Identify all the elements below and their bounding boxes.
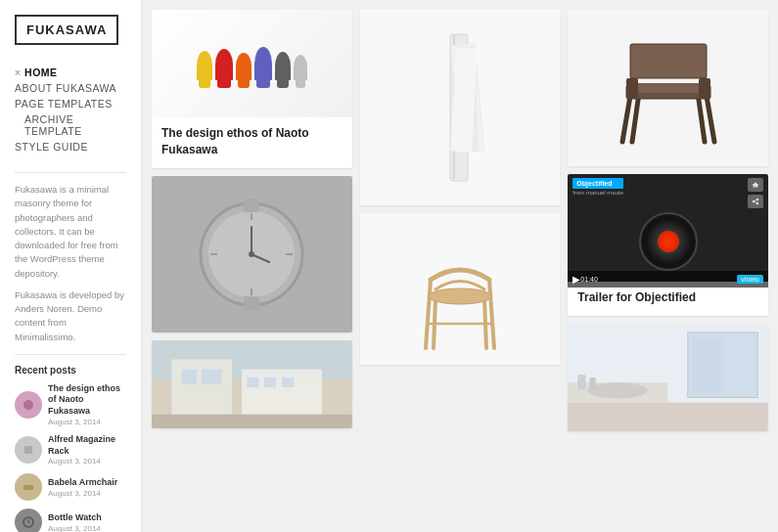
card-title-design-ethos: The design ethos of Naoto Fukasawa bbox=[161, 125, 343, 158]
post-title-1: The design ethos of Naoto Fukasawa bbox=[48, 383, 126, 418]
svg-point-14 bbox=[249, 251, 254, 257]
post-thumb-3 bbox=[15, 473, 42, 501]
masonry-grid: The design ethos of Naoto Fukasawa bbox=[152, 10, 768, 431]
svg-line-32 bbox=[426, 280, 431, 348]
svg-rect-2 bbox=[23, 485, 33, 490]
svg-point-0 bbox=[23, 400, 33, 410]
vimeo-btn[interactable]: vimeo bbox=[737, 275, 763, 284]
svg-rect-57 bbox=[726, 337, 755, 392]
svg-line-5 bbox=[28, 522, 30, 523]
svg-rect-24 bbox=[264, 377, 276, 386]
svg-point-59 bbox=[588, 382, 648, 398]
card-img-chairs bbox=[152, 10, 352, 117]
svg-rect-61 bbox=[590, 377, 596, 389]
svg-rect-1 bbox=[24, 446, 32, 454]
svg-rect-60 bbox=[578, 375, 586, 389]
card-rack[interactable] bbox=[360, 10, 561, 205]
masonry-col-3: Objectified from manuel maute bbox=[568, 10, 768, 431]
nav-style[interactable]: STYLE GUIDE bbox=[15, 139, 126, 155]
post-thumb-1 bbox=[15, 391, 42, 419]
post-date-3: August 3, 2014 bbox=[48, 489, 117, 498]
video-from: from manuel maute bbox=[572, 190, 623, 196]
post-date-4: August 3, 2014 bbox=[48, 524, 102, 532]
card-wood-chair[interactable] bbox=[360, 213, 561, 365]
recent-post-2[interactable]: Alfred Magazine Rack August 3, 2014 bbox=[15, 434, 126, 466]
video-share-btn[interactable] bbox=[748, 195, 763, 208]
video-play-btn[interactable]: ▶ bbox=[572, 274, 580, 285]
vinyl-label bbox=[658, 231, 679, 252]
nav-templates[interactable]: PAGE TEMPLATES bbox=[15, 96, 126, 111]
card-img-brown-chair bbox=[568, 10, 768, 166]
sidebar-desc-2: Fukasawa is developed by Anders Noren. D… bbox=[15, 288, 126, 344]
card-watch[interactable] bbox=[152, 176, 352, 332]
video-overlay: Objectified from manuel maute bbox=[568, 174, 768, 282]
card-design-ethos[interactable]: The design ethos of Naoto Fukasawa bbox=[152, 10, 352, 168]
sidebar-desc-1: Fukasawa is a minimal masonry theme for … bbox=[15, 183, 126, 281]
post-title-3: Babela Armchair bbox=[48, 477, 117, 489]
svg-line-40 bbox=[632, 93, 639, 142]
svg-point-36 bbox=[429, 288, 491, 304]
recent-post-3[interactable]: Babela Armchair August 3, 2014 bbox=[15, 473, 126, 501]
post-thumb-4 bbox=[15, 509, 42, 532]
divider-1 bbox=[15, 172, 126, 173]
svg-rect-46 bbox=[699, 78, 710, 98]
masonry-col-1: The design ethos of Naoto Fukasawa bbox=[152, 10, 352, 428]
card-img-interior bbox=[568, 324, 768, 431]
svg-rect-45 bbox=[626, 78, 638, 98]
svg-line-41 bbox=[698, 93, 705, 142]
site-title[interactable]: FUKASAWA bbox=[15, 15, 118, 45]
svg-rect-23 bbox=[247, 377, 258, 386]
nav-home[interactable]: HOME bbox=[15, 65, 126, 80]
sidebar: FUKASAWA HOME ABOUT FUKASAWA PAGE TEMPLA… bbox=[0, 0, 142, 532]
svg-line-33 bbox=[489, 280, 494, 348]
card-img-wood-chair bbox=[360, 213, 561, 365]
post-title-4: Bottle Watch bbox=[48, 512, 102, 524]
recent-post-1[interactable]: The design ethos of Naoto Fukasawa Augus… bbox=[15, 383, 126, 426]
post-date-1: August 3, 2014 bbox=[48, 418, 126, 426]
svg-rect-25 bbox=[282, 377, 294, 386]
navigation: HOME ABOUT FUKASAWA PAGE TEMPLATES ARCHI… bbox=[15, 65, 126, 155]
svg-rect-54 bbox=[568, 402, 768, 430]
card-interior[interactable] bbox=[568, 324, 768, 431]
video-time: 01:40 bbox=[580, 276, 598, 283]
vinyl-record bbox=[639, 212, 698, 271]
post-date-2: August 3, 2014 bbox=[48, 457, 126, 466]
nav-archive[interactable]: ARCHIVE TEMPLATE bbox=[15, 111, 126, 139]
svg-rect-56 bbox=[693, 337, 723, 392]
post-thumb-2 bbox=[15, 436, 42, 464]
recent-posts-heading: Recent posts bbox=[15, 365, 126, 376]
card-img-rack bbox=[360, 10, 561, 205]
svg-rect-15 bbox=[244, 199, 259, 212]
post-title-2: Alfred Magazine Rack bbox=[48, 434, 126, 457]
svg-rect-20 bbox=[182, 369, 197, 383]
card-video[interactable]: Objectified from manuel maute bbox=[568, 174, 768, 316]
svg-rect-16 bbox=[244, 296, 259, 310]
card-img-arch bbox=[152, 340, 352, 428]
divider-2 bbox=[15, 354, 126, 355]
card-img-watch bbox=[152, 176, 352, 332]
card-body-design-ethos: The design ethos of Naoto Fukasawa bbox=[152, 117, 352, 168]
card-img-video: Objectified from manuel maute bbox=[568, 174, 768, 282]
svg-rect-43 bbox=[628, 83, 709, 93]
recent-post-4[interactable]: Bottle Watch August 3, 2014 bbox=[15, 509, 126, 532]
card-architecture[interactable] bbox=[152, 340, 352, 428]
nav-about[interactable]: ABOUT FUKASAWA bbox=[15, 80, 126, 96]
card-brown-chair[interactable] bbox=[568, 10, 768, 166]
masonry-col-2 bbox=[360, 10, 561, 365]
svg-rect-44 bbox=[630, 44, 707, 78]
svg-rect-21 bbox=[202, 369, 221, 383]
video-source-badge: Objectified bbox=[572, 178, 623, 189]
video-like-btn[interactable] bbox=[748, 178, 763, 192]
card-title-video: Trailer for Objectified bbox=[577, 289, 758, 306]
main-content: The design ethos of Naoto Fukasawa bbox=[142, 0, 778, 532]
svg-rect-26 bbox=[152, 414, 352, 427]
